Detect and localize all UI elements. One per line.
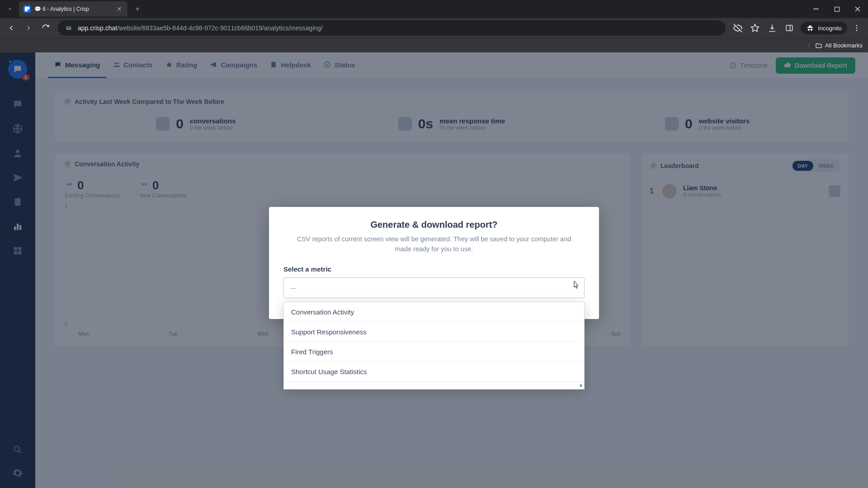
reload-button[interactable] [38,20,53,36]
svg-point-9 [856,28,858,29]
folder-icon [815,42,822,49]
modal-title: Generate & download report? [283,220,585,230]
bookmarks-bar: | All Bookmarks [0,38,868,52]
metric-option-support-responsiveness[interactable]: Support Responsiveness [284,322,584,342]
incognito-label: Incognito [818,25,842,32]
tab-title: 💬 6 - Analytics | Crisp [34,6,89,12]
metric-option-conversation-activity[interactable]: Conversation Activity [284,302,584,322]
sidepanel-icon[interactable] [782,20,797,36]
tab-search-dropdown[interactable] [4,3,16,15]
incognito-icon [806,24,814,32]
window-minimize[interactable] [806,0,826,18]
crisp-favicon [24,5,31,13]
new-tab-button[interactable]: + [131,3,144,15]
svg-point-8 [856,25,858,26]
eye-off-icon[interactable] [730,20,745,36]
metric-select[interactable]: — [283,277,585,298]
url-host: app.crisp.chat [78,24,117,32]
svg-rect-1 [835,7,839,11]
metric-option-fired-triggers[interactable]: Fired Triggers [284,342,584,362]
url-path: /website/6833ae5b-844d-4c98-972c-9011cb6… [117,24,323,32]
svg-point-10 [856,30,858,31]
forward-button[interactable] [21,20,36,36]
incognito-indicator[interactable]: Incognito [801,22,847,34]
tab-close-icon[interactable]: ✕ [116,5,123,14]
metric-option-shortcut-usage[interactable]: Shortcut Usage Statistics [284,362,584,382]
svg-marker-5 [751,24,759,32]
select-placeholder: — [290,284,297,291]
select-metric-label: Select a metric [283,265,585,273]
bookmarks-separator: | [808,42,810,49]
downloads-icon[interactable] [764,20,780,36]
back-button[interactable] [4,20,19,36]
bookmark-star-icon[interactable] [747,20,763,36]
metric-dropdown: Conversation Activity Support Responsive… [283,302,585,389]
svg-rect-6 [786,25,793,31]
browser-toolbar: app.crisp.chat/website/6833ae5b-844d-4c9… [0,18,868,38]
kebab-menu-icon[interactable] [849,20,864,36]
site-info-icon[interactable] [64,23,73,33]
window-maximize[interactable] [826,0,847,18]
dropdown-scroll-down-arrow[interactable]: ▼ [284,382,584,389]
svg-rect-3 [66,27,71,28]
all-bookmarks-button[interactable]: All Bookmarks [815,42,863,49]
browser-tab-active[interactable]: 💬 6 - Analytics | Crisp ✕ [19,1,127,17]
window-close[interactable] [847,0,868,18]
browser-titlebar: 💬 6 - Analytics | Crisp ✕ + [0,0,868,18]
address-bar[interactable]: app.crisp.chat/website/6833ae5b-844d-4c9… [58,20,726,36]
modal-description: CSV reports of current screen view will … [283,235,585,254]
svg-rect-0 [813,9,819,9]
